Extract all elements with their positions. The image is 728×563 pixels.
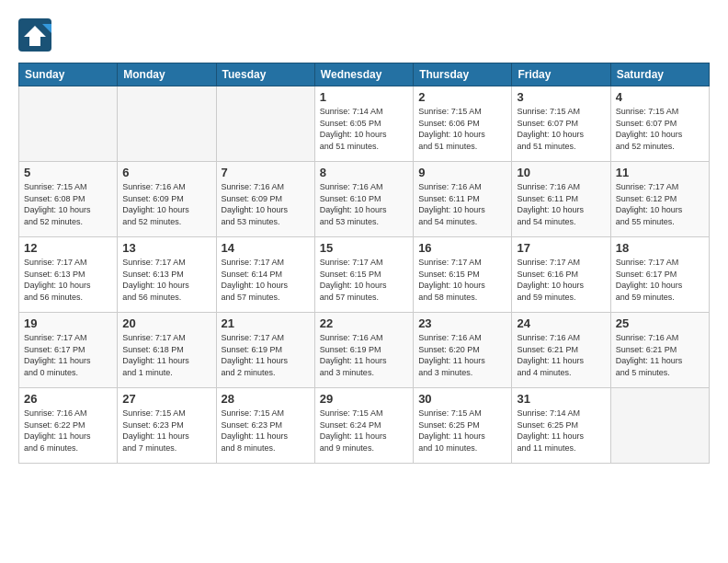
day-cell: 7Sunrise: 7:16 AM Sunset: 6:09 PM Daylig…: [216, 162, 314, 237]
weekday-sunday: Sunday: [19, 63, 118, 86]
day-cell: 13Sunrise: 7:17 AM Sunset: 6:13 PM Dayli…: [118, 237, 216, 313]
day-cell: 17Sunrise: 7:17 AM Sunset: 6:16 PM Dayli…: [512, 237, 610, 313]
day-info: Sunrise: 7:16 AM Sunset: 6:19 PM Dayligh…: [320, 332, 408, 378]
day-cell: 24Sunrise: 7:16 AM Sunset: 6:21 PM Dayli…: [512, 313, 610, 388]
logo: [18, 18, 51, 52]
weekday-thursday: Thursday: [414, 63, 512, 86]
day-info: Sunrise: 7:17 AM Sunset: 6:15 PM Dayligh…: [418, 257, 506, 303]
week-row-4: 19Sunrise: 7:17 AM Sunset: 6:17 PM Dayli…: [19, 313, 710, 388]
calendar-table: SundayMondayTuesdayWednesdayThursdayFrid…: [18, 63, 710, 464]
day-info: Sunrise: 7:17 AM Sunset: 6:18 PM Dayligh…: [122, 332, 210, 378]
day-info: Sunrise: 7:15 AM Sunset: 6:07 PM Dayligh…: [517, 106, 605, 152]
day-cell: [19, 86, 118, 162]
day-number: 15: [320, 241, 408, 255]
week-row-3: 12Sunrise: 7:17 AM Sunset: 6:13 PM Dayli…: [19, 237, 710, 313]
day-number: 5: [24, 166, 112, 179]
day-number: 14: [222, 241, 310, 255]
week-row-1: 1Sunrise: 7:14 AM Sunset: 6:05 PM Daylig…: [19, 86, 710, 162]
day-cell: 14Sunrise: 7:17 AM Sunset: 6:14 PM Dayli…: [216, 237, 314, 313]
day-number: 22: [320, 316, 408, 330]
day-info: Sunrise: 7:14 AM Sunset: 6:05 PM Dayligh…: [320, 106, 408, 152]
day-number: 21: [222, 316, 310, 330]
day-cell: 2Sunrise: 7:15 AM Sunset: 6:06 PM Daylig…: [414, 86, 512, 162]
weekday-saturday: Saturday: [610, 63, 709, 86]
day-info: Sunrise: 7:16 AM Sunset: 6:22 PM Dayligh…: [24, 408, 112, 454]
header: [18, 18, 710, 52]
day-info: Sunrise: 7:15 AM Sunset: 6:24 PM Dayligh…: [320, 408, 408, 454]
weekday-friday: Friday: [512, 63, 610, 86]
weekday-header-row: SundayMondayTuesdayWednesdayThursdayFrid…: [19, 63, 710, 86]
day-number: 26: [24, 392, 112, 406]
day-info: Sunrise: 7:16 AM Sunset: 6:11 PM Dayligh…: [418, 181, 506, 227]
day-number: 27: [122, 392, 210, 406]
weekday-monday: Monday: [118, 63, 216, 86]
day-number: 31: [517, 392, 605, 406]
day-info: Sunrise: 7:16 AM Sunset: 6:09 PM Dayligh…: [222, 181, 310, 227]
day-cell: 29Sunrise: 7:15 AM Sunset: 6:24 PM Dayli…: [314, 388, 413, 464]
day-cell: 11Sunrise: 7:17 AM Sunset: 6:12 PM Dayli…: [610, 162, 709, 237]
weekday-tuesday: Tuesday: [216, 63, 314, 86]
day-number: 11: [616, 166, 704, 179]
day-info: Sunrise: 7:16 AM Sunset: 6:09 PM Dayligh…: [122, 181, 210, 227]
day-info: Sunrise: 7:17 AM Sunset: 6:15 PM Dayligh…: [320, 257, 408, 303]
day-cell: 5Sunrise: 7:15 AM Sunset: 6:08 PM Daylig…: [19, 162, 118, 237]
day-info: Sunrise: 7:15 AM Sunset: 6:23 PM Dayligh…: [222, 408, 310, 454]
day-cell: 10Sunrise: 7:16 AM Sunset: 6:11 PM Dayli…: [512, 162, 610, 237]
day-info: Sunrise: 7:15 AM Sunset: 6:08 PM Dayligh…: [24, 181, 112, 227]
day-cell: 15Sunrise: 7:17 AM Sunset: 6:15 PM Dayli…: [314, 237, 413, 313]
day-number: 17: [517, 241, 605, 255]
day-cell: 30Sunrise: 7:15 AM Sunset: 6:25 PM Dayli…: [414, 388, 512, 464]
day-number: 8: [320, 166, 408, 179]
page: SundayMondayTuesdayWednesdayThursdayFrid…: [0, 0, 728, 563]
day-cell: 12Sunrise: 7:17 AM Sunset: 6:13 PM Dayli…: [19, 237, 118, 313]
day-number: 23: [418, 316, 506, 330]
day-number: 4: [616, 90, 704, 104]
day-info: Sunrise: 7:15 AM Sunset: 6:23 PM Dayligh…: [122, 408, 210, 454]
day-cell: 1Sunrise: 7:14 AM Sunset: 6:05 PM Daylig…: [314, 86, 413, 162]
day-number: 30: [418, 392, 506, 406]
day-number: 2: [418, 90, 506, 104]
day-cell: 22Sunrise: 7:16 AM Sunset: 6:19 PM Dayli…: [314, 313, 413, 388]
day-number: 1: [320, 90, 408, 104]
day-number: 19: [24, 316, 112, 330]
day-cell: 16Sunrise: 7:17 AM Sunset: 6:15 PM Dayli…: [414, 237, 512, 313]
week-row-2: 5Sunrise: 7:15 AM Sunset: 6:08 PM Daylig…: [19, 162, 710, 237]
day-cell: 19Sunrise: 7:17 AM Sunset: 6:17 PM Dayli…: [19, 313, 118, 388]
day-cell: 9Sunrise: 7:16 AM Sunset: 6:11 PM Daylig…: [414, 162, 512, 237]
day-number: 20: [122, 316, 210, 330]
day-info: Sunrise: 7:15 AM Sunset: 6:25 PM Dayligh…: [418, 408, 506, 454]
day-info: Sunrise: 7:17 AM Sunset: 6:12 PM Dayligh…: [616, 181, 704, 227]
day-number: 3: [517, 90, 605, 104]
day-number: 12: [24, 241, 112, 255]
day-number: 16: [418, 241, 506, 255]
day-cell: 18Sunrise: 7:17 AM Sunset: 6:17 PM Dayli…: [610, 237, 709, 313]
day-number: 13: [122, 241, 210, 255]
day-cell: 23Sunrise: 7:16 AM Sunset: 6:20 PM Dayli…: [414, 313, 512, 388]
day-info: Sunrise: 7:14 AM Sunset: 6:25 PM Dayligh…: [517, 408, 605, 454]
day-cell: [118, 86, 216, 162]
day-info: Sunrise: 7:15 AM Sunset: 6:07 PM Dayligh…: [616, 106, 704, 152]
day-info: Sunrise: 7:17 AM Sunset: 6:16 PM Dayligh…: [517, 257, 605, 303]
day-info: Sunrise: 7:16 AM Sunset: 6:11 PM Dayligh…: [517, 181, 605, 227]
day-number: 10: [517, 166, 605, 179]
day-cell: 20Sunrise: 7:17 AM Sunset: 6:18 PM Dayli…: [118, 313, 216, 388]
day-cell: 28Sunrise: 7:15 AM Sunset: 6:23 PM Dayli…: [216, 388, 314, 464]
day-number: 25: [616, 316, 704, 330]
day-cell: 25Sunrise: 7:16 AM Sunset: 6:21 PM Dayli…: [610, 313, 709, 388]
day-info: Sunrise: 7:17 AM Sunset: 6:14 PM Dayligh…: [222, 257, 310, 303]
day-number: 28: [222, 392, 310, 406]
day-cell: 6Sunrise: 7:16 AM Sunset: 6:09 PM Daylig…: [118, 162, 216, 237]
day-info: Sunrise: 7:17 AM Sunset: 6:13 PM Dayligh…: [122, 257, 210, 303]
day-info: Sunrise: 7:16 AM Sunset: 6:20 PM Dayligh…: [418, 332, 506, 378]
day-cell: 31Sunrise: 7:14 AM Sunset: 6:25 PM Dayli…: [512, 388, 610, 464]
day-cell: 4Sunrise: 7:15 AM Sunset: 6:07 PM Daylig…: [610, 86, 709, 162]
day-cell: 3Sunrise: 7:15 AM Sunset: 6:07 PM Daylig…: [512, 86, 610, 162]
day-number: 24: [517, 316, 605, 330]
day-number: 18: [616, 241, 704, 255]
day-info: Sunrise: 7:15 AM Sunset: 6:06 PM Dayligh…: [418, 106, 506, 152]
day-info: Sunrise: 7:16 AM Sunset: 6:21 PM Dayligh…: [517, 332, 605, 378]
day-info: Sunrise: 7:16 AM Sunset: 6:21 PM Dayligh…: [616, 332, 704, 378]
day-number: 29: [320, 392, 408, 406]
day-cell: [610, 388, 709, 464]
day-info: Sunrise: 7:17 AM Sunset: 6:17 PM Dayligh…: [616, 257, 704, 303]
